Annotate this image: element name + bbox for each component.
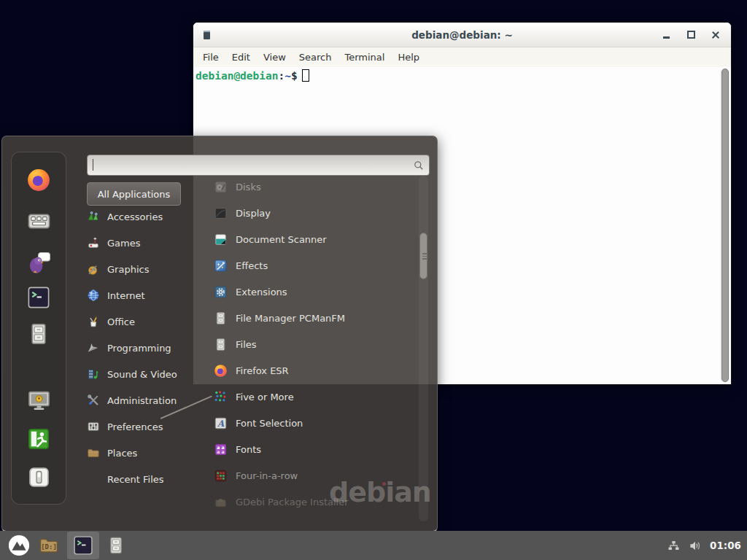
terminal-title: debian@debian: ~	[193, 29, 731, 41]
category-graphics[interactable]: Graphics	[87, 256, 209, 282]
menu-edit[interactable]: Edit	[225, 52, 257, 63]
shutdown-button[interactable]	[24, 462, 53, 491]
effects-icon	[214, 259, 228, 273]
favorite-terminal-button[interactable]	[24, 283, 53, 312]
category-office[interactable]: Office	[87, 308, 209, 335]
app-file-manager-pcmanfm[interactable]: File Manager PCManFM	[214, 305, 412, 331]
terminal-icon	[73, 535, 93, 556]
app-font-selection[interactable]: Font Selection	[214, 410, 412, 436]
four-in-a-row-icon	[214, 469, 228, 483]
file-cabinet-icon	[214, 311, 228, 325]
gdebi-icon	[214, 495, 228, 509]
application-menu: debian All Applications Accessories Game…	[1, 136, 438, 532]
sound-video-icon	[87, 368, 100, 381]
category-accessories[interactable]: Accessories	[87, 203, 209, 230]
app-list-scrollbar[interactable]	[419, 176, 428, 521]
firefox-icon	[26, 168, 51, 192]
font-selection-icon	[214, 416, 228, 430]
taskbar-folder-button[interactable]	[36, 532, 61, 559]
terminal-menubar: File Edit View Search Terminal Help	[193, 47, 731, 67]
terminal-titlebar[interactable]: debian@debian: ~	[193, 23, 731, 47]
category-programming[interactable]: Programming	[87, 335, 209, 361]
terminal-cursor	[302, 69, 309, 82]
lock-screen-button[interactable]	[24, 386, 53, 415]
document-scanner-icon	[214, 233, 228, 246]
terminal-scrollbar[interactable]	[720, 69, 729, 382]
disks-icon	[214, 180, 228, 194]
category-preferences[interactable]: Preferences	[87, 413, 209, 440]
menu-view[interactable]: View	[257, 52, 293, 63]
terminal-window-icon	[204, 31, 210, 39]
app-document-scanner[interactable]: Document Scanner	[214, 226, 412, 252]
category-internet[interactable]: Internet	[87, 282, 209, 308]
close-button[interactable]	[709, 28, 722, 42]
file-cabinet-icon	[214, 338, 228, 351]
terminal-icon	[27, 286, 50, 309]
graphics-icon	[87, 262, 100, 276]
search-box[interactable]	[87, 155, 430, 176]
places-icon	[87, 446, 100, 459]
menu-help[interactable]: Help	[391, 52, 426, 63]
taskbar-terminal-button[interactable]	[67, 532, 99, 559]
start-menu-button[interactable]	[6, 532, 32, 559]
app-disks[interactable]: Disks	[214, 174, 412, 200]
display-icon	[214, 206, 228, 220]
taskbar-clock[interactable]: 01:06	[710, 540, 741, 551]
taskbar-file-manager-button[interactable]	[104, 532, 128, 559]
start-menu-icon	[8, 534, 30, 556]
folder-icon	[39, 535, 59, 556]
minimize-button[interactable]	[659, 28, 673, 42]
category-recent-files[interactable]: Recent Files	[87, 466, 209, 492]
search-icon	[413, 160, 425, 171]
network-tray-icon[interactable]	[667, 540, 680, 552]
category-administration[interactable]: Administration	[87, 387, 209, 413]
search-input[interactable]	[88, 158, 413, 174]
all-applications-button[interactable]: All Applications	[87, 182, 181, 206]
category-places[interactable]: Places	[87, 440, 209, 466]
desktop: debian@debian: ~ File Edit View Search T…	[0, 0, 747, 560]
favorite-keyboard-button[interactable]	[24, 206, 53, 236]
app-list: Disks Display Document Scanner Effects E…	[214, 174, 412, 515]
file-cabinet-icon	[27, 322, 50, 346]
category-games[interactable]: Games	[87, 230, 209, 256]
app-fonts[interactable]: Fonts	[214, 436, 412, 462]
app-extensions[interactable]: Extensions	[214, 279, 412, 305]
programming-icon	[87, 341, 100, 354]
volume-icon	[689, 539, 703, 553]
volume-tray-icon[interactable]	[689, 539, 703, 553]
logout-button[interactable]	[24, 424, 53, 454]
app-gdebi-package-installer[interactable]: GDebi Package Installer	[214, 489, 412, 515]
logout-icon	[27, 427, 50, 451]
prompt-path: ~	[285, 70, 291, 82]
keyboard-icon	[27, 209, 51, 233]
app-files[interactable]: Files	[214, 331, 412, 357]
pidgin-icon	[26, 250, 52, 276]
administration-icon	[87, 394, 100, 407]
app-list-scrollbar-thumb[interactable]	[419, 233, 427, 279]
favorite-firefox-button[interactable]	[24, 166, 53, 195]
menu-terminal[interactable]: Terminal	[338, 52, 391, 63]
app-effects[interactable]: Effects	[214, 252, 412, 279]
text-caret	[93, 159, 93, 171]
internet-icon	[87, 289, 100, 302]
favorite-pidgin-button[interactable]	[24, 248, 53, 277]
terminal-scrollbar-thumb[interactable]	[721, 69, 729, 382]
favorite-file-manager-button[interactable]	[24, 319, 53, 349]
five-or-more-icon	[214, 390, 228, 404]
menu-file[interactable]: File	[196, 52, 225, 63]
games-icon	[87, 236, 100, 249]
prompt-symbol: $	[291, 70, 298, 82]
firefox-icon	[214, 364, 228, 378]
menu-search[interactable]: Search	[293, 52, 338, 63]
maximize-button[interactable]	[684, 28, 697, 42]
category-sound-video[interactable]: Sound & Video	[87, 361, 209, 387]
network-icon	[667, 540, 680, 552]
office-icon	[87, 315, 100, 328]
app-four-in-a-row[interactable]: Four-in-a-row	[214, 462, 412, 489]
taskbar: 01:06	[0, 531, 747, 560]
accessories-icon	[87, 210, 100, 223]
app-display[interactable]: Display	[214, 200, 412, 226]
app-five-or-more[interactable]: Five or More	[214, 384, 412, 410]
app-firefox-esr[interactable]: Firefox ESR	[214, 357, 412, 384]
fonts-icon	[214, 443, 228, 456]
